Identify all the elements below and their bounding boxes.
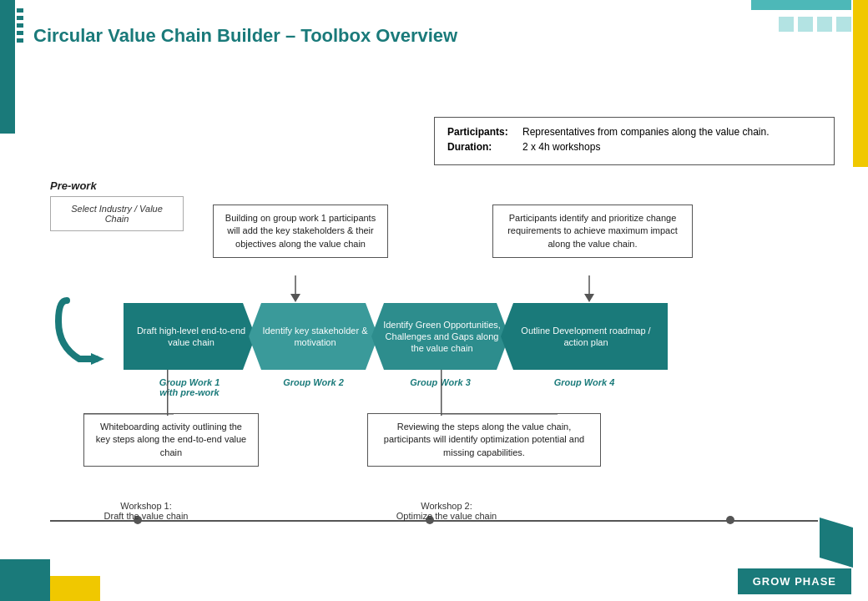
deco-top-left: [0, 0, 15, 134]
flow-item-gw4: Outline Development roadmap / action pla…: [501, 303, 668, 370]
desc-box-top-right: Participants identify and prioritize cha…: [492, 205, 693, 258]
timeline-label-2: Workshop 2: Optimize the value chain: [384, 501, 509, 521]
pre-work-label: Pre-work: [50, 179, 97, 192]
grow-phase-badge: GROW PHASE: [738, 568, 851, 594]
participants-label: Participants:: [447, 126, 514, 138]
svg-marker-1: [290, 294, 300, 302]
flow-item-gw3: Identify Green Opportunities, Challenges…: [371, 303, 509, 370]
timeline: Workshop 1: Draft the value chain Worksh…: [50, 513, 818, 530]
desc-box-bottom-left: Whiteboarding activity outlining the key…: [83, 413, 259, 467]
connector-bottom-right-h: [441, 413, 558, 415]
flow-item-gw2: Identify key stakeholder & motivation: [249, 303, 378, 370]
group-label-1: Group Work 1 with pre-work: [124, 377, 255, 397]
info-row-participants: Participants: Representatives from compa…: [447, 126, 821, 138]
desc-box-bottom-right: Reviewing the steps along the value chai…: [367, 413, 601, 467]
duration-label: Duration:: [447, 141, 514, 153]
timeline-label-1: Workshop 1: Draft the value chain: [92, 501, 200, 521]
deco-top-yellow-bar: [853, 0, 868, 167]
deco-lines: [15, 0, 23, 43]
main-content: Circular Value Chain Builder – Toolbox O…: [33, 25, 835, 576]
duration-value: 2 x 4h workshops: [522, 141, 600, 153]
flow-item-gw1: Draft high-level end-to-end value chain: [124, 303, 255, 370]
big-curved-arrow: [54, 296, 121, 371]
deco-top-teal-bar: [751, 0, 851, 10]
connector-gw3-bottom: [441, 370, 442, 416]
participants-value: Representatives from companies along the…: [522, 126, 770, 138]
page-title: Circular Value Chain Builder – Toolbox O…: [33, 25, 835, 47]
connector-gw1-bottom: [167, 370, 169, 416]
pre-work-box: Select Industry / Value Chain: [50, 196, 184, 231]
timeline-dot-2: Workshop 2: Optimize the value chain: [426, 516, 434, 524]
timeline-dot-1: Workshop 1: Draft the value chain: [134, 516, 142, 524]
arrow-down-left: [290, 275, 300, 302]
connector-bottom-left-h: [83, 413, 174, 415]
group-label-2: Group Work 2: [249, 377, 378, 387]
deco-bottom-yellow: [50, 576, 100, 601]
info-box: Participants: Representatives from compa…: [434, 117, 835, 165]
info-row-duration: Duration: 2 x 4h workshops: [447, 141, 821, 153]
group-label-4: Group Work 4: [501, 377, 668, 387]
timeline-dot-3: [726, 516, 734, 524]
arrow-down-right: [584, 275, 594, 302]
svg-marker-4: [91, 353, 104, 365]
svg-marker-3: [584, 294, 594, 302]
desc-box-top-left: Building on group work 1 participants wi…: [213, 205, 388, 258]
